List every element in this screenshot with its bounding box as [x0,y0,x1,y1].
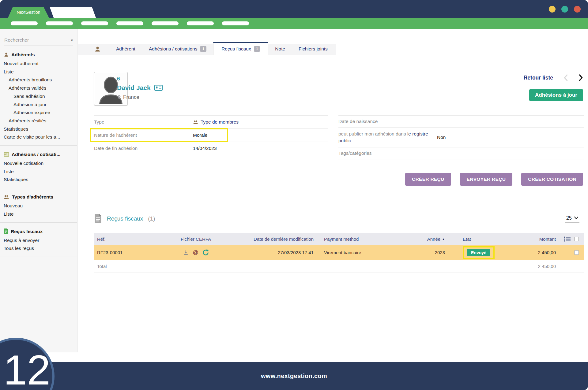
sidebar-item-liste-cotisations[interactable]: Liste [4,168,77,176]
sidebar-item-carte-de-visite[interactable]: Carte de visite pour les a... [4,133,77,141]
nav-pill[interactable] [11,21,38,25]
brand-name: NextGestion [17,10,40,15]
member-name: David Jack [117,83,151,93]
sidebar-item-sans-adhesion[interactable]: Sans adhésion [4,92,77,101]
sidebar-item-nouvel-adherent[interactable]: Nouvel adhérent [4,60,77,68]
window-dot-green-icon[interactable] [561,6,568,13]
sidebar-item-adhesion-expiree[interactable]: Adhésion expirée [4,109,77,117]
create-receipt-button[interactable]: CRÉER REÇU [405,173,451,186]
status-badge-sent: Envoyé [467,249,490,256]
sidebar-item-adherents-brouillons[interactable]: Adhérents brouillons [4,76,77,84]
total-label: Total [94,264,168,269]
detail-value-fin-adhesion: 14/04/2023 [193,145,217,152]
column-header-state[interactable]: État [449,236,512,242]
tab-count-badge: 1 [200,46,206,52]
back-to-list-link[interactable]: Retour liste [524,75,553,81]
nav-pill[interactable] [152,21,179,25]
sidebar-divider [0,145,77,146]
id-card-icon[interactable] [154,85,163,91]
receipts-title: Reçus fiscaux [107,215,143,222]
tab-fichiers-joints[interactable]: Fichiers joints [292,44,334,54]
sidebar-item-statistiques-cotisations[interactable]: Statistiques [4,176,77,184]
membership-status-button[interactable]: Adhésions à jour [529,89,583,101]
create-contribution-button[interactable]: CRÉER COTISATION [521,173,583,186]
detail-row-registre-public: peut publier mon adhésion dans le regist… [338,128,584,147]
column-header-payment[interactable]: Payment method [316,236,414,242]
receipt-select-cell [558,250,584,255]
receipts-count: (1) [148,215,155,222]
sort-ascending-icon: ▲ [442,237,445,241]
sidebar: ▾ Adhérents Nouvel adhérent Liste Adhére… [0,29,77,352]
tab-count-badge: 1 [254,46,260,52]
people-icon [193,120,198,124]
sidebar-section-title-types[interactable]: Types d'adhérents [4,193,77,201]
footer-website-link[interactable]: www.nextgestion.com [261,373,327,380]
refresh-icon[interactable] [202,249,209,256]
search-input[interactable] [4,37,71,43]
receipts-table: Réf. Fichier CERFA Date de dernière modi… [94,233,584,273]
window-dot-yellow-icon[interactable] [549,6,556,13]
sidebar-section-cotisations: Adhésions / cotisati... Nouvelle cotisat… [4,150,77,184]
detail-row-type: Type Type de membres [94,116,328,129]
nav-pill[interactable] [222,21,249,25]
receipt-row[interactable]: RF23-00001 @ 27/03/2023 17:41 Virement b… [94,245,584,260]
next-record-icon[interactable] [579,74,583,81]
sidebar-item-adhesion-a-jour[interactable]: Adhésion à jour [4,101,77,109]
sidebar-item-statistiques-adherents[interactable]: Statistiques [4,125,77,133]
nav-pill[interactable] [46,21,73,25]
column-header-cerfa[interactable]: Fichier CERFA [168,236,224,242]
sidebar-section-title-cotisations[interactable]: Adhésions / cotisati... [4,150,77,158]
receipt-amount: 2 450,00 [512,250,558,255]
download-icon[interactable] [183,250,189,255]
nav-pill[interactable] [81,21,108,25]
caret-down-icon[interactable]: ▾ [71,38,73,43]
receipt-icon [4,228,8,234]
detail-value-registre-public: Non [437,131,446,141]
column-header-modified[interactable]: Date de dernière modification [224,236,316,242]
tab-bar: Adhérent Adhésions / cotisations 1 Reçus… [78,44,336,55]
detail-row-tags: Tags/catégories [338,147,584,159]
sidebar-item-liste-types[interactable]: Liste [4,210,77,218]
sidebar-divider [0,222,77,223]
sidebar-search: ▾ [4,37,73,46]
sidebar-item-tous-les-recus[interactable]: Tous les reçus [4,244,77,253]
sidebar-item-adherents-resilies[interactable]: Adhérents résiliés [4,117,77,125]
sidebar-item-liste-adherents[interactable]: Liste [4,68,77,76]
column-header-year[interactable]: Année ▲ [414,236,449,242]
sidebar-section-title-recus[interactable]: Reçus fiscaux [4,227,77,236]
tab-adhesions-cotisations[interactable]: Adhésions / cotisations 1 [142,44,213,54]
sidebar-item-adherents-valides[interactable]: Adhérents validés [4,84,77,92]
action-buttons: CRÉER REÇU ENVOYER REÇU CRÉER COTISATION [405,173,583,186]
sidebar-item-nouvelle-cotisation[interactable]: Nouvelle cotisation [4,159,77,168]
browser-tab-blank [50,7,96,18]
column-header-amount[interactable]: Montant [512,236,558,242]
sidebar-section-title-adherents[interactable]: Adhérents [4,50,77,59]
member-person-icon [94,46,101,52]
send-email-icon[interactable]: @ [193,249,198,256]
nav-pill[interactable] [187,21,214,25]
location-pin-icon [117,95,121,100]
sidebar-item-recus-a-envoyer[interactable]: Reçus à envoyer [4,236,77,245]
detail-label: Nature de l'adhérent [94,132,193,139]
page-size-select[interactable]: 25 [565,214,579,223]
window-dot-red-icon[interactable] [574,6,581,13]
previous-record-icon[interactable] [564,74,568,81]
nav-pill[interactable] [116,21,143,25]
list-view-icon[interactable] [564,236,571,242]
tab-adherent[interactable]: Adhérent [109,44,142,54]
send-receipt-button[interactable]: ENVOYER REÇU [460,173,513,186]
select-all-checkbox[interactable] [574,237,579,241]
detail-label: peut publier mon adhésion dans le regist… [338,131,437,144]
detail-row-nature: Nature de l'adhérent Morale [94,129,328,142]
tab-note[interactable]: Note [268,44,292,54]
step-number-badge: 12 [0,338,55,390]
member-id: 6 [117,75,163,83]
sidebar-item-nouveau-type[interactable]: Nouveau [4,202,77,210]
details-left-column: Type Type de membres Nature de l'adhéren… [94,115,328,159]
sidebar-section-recus: Reçus fiscaux Reçus à envoyer Tous les r… [4,227,77,253]
detail-label: Tags/catégories [338,150,437,157]
table-header-row: Réf. Fichier CERFA Date de dernière modi… [94,233,584,245]
row-checkbox[interactable] [574,250,579,255]
tab-recus-fiscaux[interactable]: Reçus fiscaux 1 [213,42,268,55]
column-header-ref[interactable]: Réf. [94,236,168,242]
